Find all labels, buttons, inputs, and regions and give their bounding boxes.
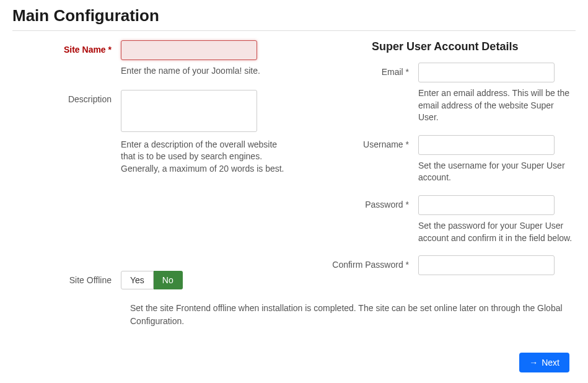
description-group: Description Enter a description of the o… xyxy=(12,90,304,175)
divider xyxy=(12,30,576,31)
password-label: Password * xyxy=(322,195,418,244)
site-name-group: Site Name * Enter the name of your Jooml… xyxy=(12,40,304,77)
main-content: Site Name * Enter the name of your Jooml… xyxy=(12,40,576,296)
email-help: Enter an email address. This will be the… xyxy=(418,87,576,124)
left-column: Site Name * Enter the name of your Jooml… xyxy=(12,40,304,296)
site-name-help: Enter the name of your Joomla! site. xyxy=(121,65,288,77)
arrow-right-icon: → xyxy=(529,358,538,368)
password-control: Set the password for your Super User acc… xyxy=(418,195,576,244)
confirm-password-control xyxy=(418,255,576,275)
email-label: Email * xyxy=(322,63,418,124)
email-input[interactable] xyxy=(418,63,555,82)
site-offline-toggle: Yes No xyxy=(121,271,183,289)
next-button-label: Next xyxy=(542,358,559,368)
username-group: Username * Set the username for your Sup… xyxy=(322,135,576,184)
password-help: Set the password for your Super User acc… xyxy=(418,220,576,244)
description-help: Enter a description of the overall websi… xyxy=(121,139,288,175)
email-control: Enter an email address. This will be the… xyxy=(418,63,576,124)
description-input[interactable] xyxy=(121,90,257,132)
site-offline-group: Site Offline Yes No xyxy=(12,271,304,289)
description-control: Enter a description of the overall websi… xyxy=(121,90,304,175)
confirm-password-input[interactable] xyxy=(418,255,555,275)
site-offline-no-button[interactable]: No xyxy=(154,271,183,289)
description-label: Description xyxy=(12,90,121,175)
username-input[interactable] xyxy=(418,135,555,155)
password-group: Password * Set the password for your Sup… xyxy=(322,195,576,244)
confirm-password-label: Confirm Password * xyxy=(322,255,418,275)
email-group: Email * Enter an email address. This wil… xyxy=(322,63,576,124)
right-column: Super User Account Details Email * Enter… xyxy=(322,40,576,296)
next-button[interactable]: → Next xyxy=(519,353,569,372)
password-input[interactable] xyxy=(418,195,555,215)
confirm-password-group: Confirm Password * xyxy=(322,255,576,275)
username-label: Username * xyxy=(322,135,418,184)
site-name-input[interactable] xyxy=(121,40,257,60)
username-control: Set the username for your Super User acc… xyxy=(418,135,576,184)
username-help: Set the username for your Super User acc… xyxy=(418,160,576,184)
site-name-control: Enter the name of your Joomla! site. xyxy=(121,40,304,77)
page-title: Main Configuration xyxy=(12,6,576,25)
site-name-label: Site Name * xyxy=(12,40,121,77)
site-offline-label: Site Offline xyxy=(12,271,121,289)
footer: → Next xyxy=(12,353,576,372)
site-offline-yes-button[interactable]: Yes xyxy=(121,271,154,289)
super-user-section-title: Super User Account Details xyxy=(372,40,576,53)
site-offline-control: Yes No xyxy=(121,271,304,289)
site-offline-help: Set the site Frontend offline when insta… xyxy=(130,302,576,328)
